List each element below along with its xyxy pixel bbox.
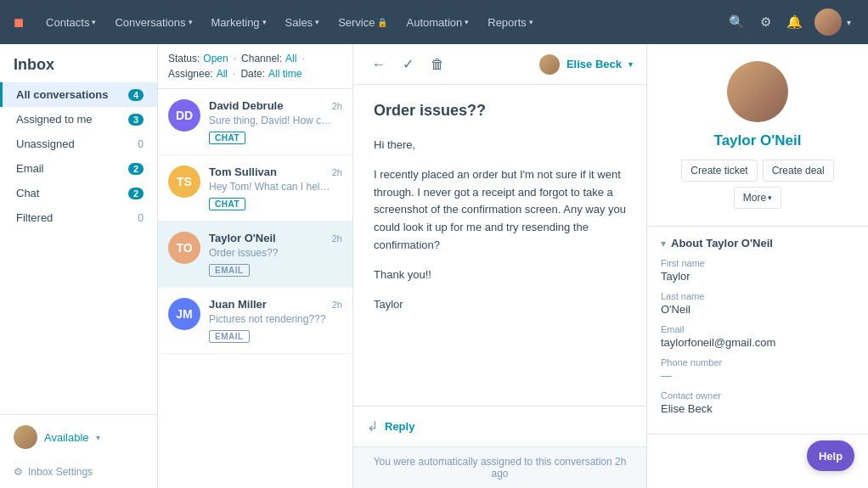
filter-bar: Status: Open · Channel: All · Assignee: …: [158, 44, 352, 89]
collapse-icon: ▾: [661, 238, 666, 250]
conv-avatar: TO: [168, 232, 200, 264]
availability-status[interactable]: Available: [44, 431, 89, 444]
conv-avatar: TS: [168, 165, 200, 198]
conv-name: Taylor O'Neil: [209, 232, 276, 244]
conv-time: 2h: [332, 300, 342, 310]
date-filter-label: Date:: [240, 68, 265, 80]
nav-service[interactable]: Service 🔒: [330, 11, 396, 34]
channel-filter-label: Channel:: [241, 53, 282, 65]
message-greeting: Hi there,: [374, 137, 626, 154]
help-button[interactable]: Help: [807, 440, 854, 471]
sidebar-item-label: All conversations: [16, 88, 108, 101]
conv-body: Juan Miller 2h Pictures not rendering???…: [209, 298, 342, 343]
contact-tag[interactable]: Elise Beck ▾: [539, 54, 633, 75]
sidebar-item-label: Email: [16, 162, 44, 175]
create-deal-button[interactable]: Create deal: [763, 160, 834, 182]
conv-time: 2h: [332, 101, 342, 111]
check-button[interactable]: ✓: [397, 53, 419, 76]
nav-marketing[interactable]: Marketing ▾: [203, 11, 275, 34]
conversation-item-active[interactable]: TO Taylor O'Neil 2h Order issues?? EMAIL: [158, 222, 352, 288]
topnav: ■ Contacts ▾ Conversations ▾ Marketing ▾…: [0, 0, 868, 44]
conv-channel-badge: EMAIL: [209, 330, 250, 343]
field-value: Taylor: [661, 270, 854, 283]
section-header[interactable]: ▾ About Taylor O'Neil: [661, 237, 854, 250]
sidebar-item-filtered[interactable]: Filtered 0: [0, 205, 157, 230]
conv-body: Tom Sullivan 2h Hey Tom! What can I help…: [209, 165, 342, 210]
search-icon[interactable]: 🔍: [722, 9, 752, 35]
conv-channel-badge: CHAT: [209, 132, 245, 144]
contact-chevron-icon: ▾: [628, 60, 633, 69]
more-actions-button[interactable]: More ▾: [734, 187, 781, 209]
nav-automation[interactable]: Automation ▾: [397, 11, 477, 34]
delete-button[interactable]: 🗑: [426, 53, 449, 76]
sidebar-footer: Available ▾: [0, 414, 157, 459]
field-value: O'Neil: [661, 303, 854, 316]
conv-panel-header: ← ✓ 🗑 Elise Beck ▾: [353, 44, 646, 85]
nav-conversations[interactable]: Conversations ▾: [106, 11, 200, 34]
badge-filtered: 0: [138, 212, 144, 224]
user-menu-chevron[interactable]: ▾: [843, 14, 854, 31]
conversation-item[interactable]: TS Tom Sullivan 2h Hey Tom! What can I h…: [158, 155, 352, 222]
settings-icon[interactable]: ⚙: [753, 9, 778, 35]
sidebar-item-email[interactable]: Email 2: [0, 156, 157, 181]
contact-name-tag: Elise Beck: [566, 58, 622, 70]
field-email: Email taylorfoneil@gmail.com: [661, 324, 854, 349]
sidebar-item-all-conversations[interactable]: All conversations 4: [0, 82, 157, 107]
conversation-item[interactable]: JM Juan Miller 2h Pictures not rendering…: [158, 288, 352, 354]
channel-filter-value[interactable]: All: [285, 53, 296, 65]
conversation-item[interactable]: DD David Debrule 2h Sure thing, David! H…: [158, 89, 352, 155]
notifications-icon[interactable]: 🔔: [780, 9, 809, 35]
more-chevron-icon: ▾: [768, 194, 772, 202]
field-first-name: First name Taylor: [661, 258, 854, 283]
assignee-filter-value[interactable]: All: [217, 68, 228, 80]
create-ticket-button[interactable]: Create ticket: [681, 160, 757, 182]
status-chevron-icon[interactable]: ▾: [96, 433, 100, 442]
nav-reports[interactable]: Reports ▾: [479, 11, 542, 34]
nav-sales[interactable]: Sales ▾: [277, 11, 329, 34]
conv-preview: Pictures not rendering???: [209, 313, 332, 325]
conv-channel-badge: EMAIL: [209, 264, 250, 277]
conv-avatar: DD: [168, 99, 200, 132]
auto-assign-notice: You were automatically assigned to this …: [353, 446, 646, 488]
conversation-message: Hi there, I recently placed an order but…: [374, 137, 626, 313]
field-label: First name: [661, 258, 854, 268]
hubspot-logo[interactable]: ■: [14, 13, 24, 32]
message-signature: Taylor: [374, 296, 626, 314]
sidebar-settings[interactable]: ⚙ Inbox Settings: [0, 459, 157, 488]
conversation-panel: ← ✓ 🗑 Elise Beck ▾ Order issues?? Hi the…: [353, 44, 647, 488]
sidebar-item-unassigned[interactable]: Unassigned 0: [0, 132, 157, 156]
message-body: I recently placed an order but I'm not s…: [374, 166, 626, 255]
reply-button[interactable]: Reply: [385, 417, 414, 436]
field-label: Phone number: [661, 357, 854, 367]
badge-email: 2: [128, 163, 144, 175]
field-phone: Phone number —: [661, 357, 854, 382]
sidebar-item-chat[interactable]: Chat 2: [0, 181, 157, 205]
badge-unassigned: 0: [138, 138, 144, 150]
conv-body: David Debrule 2h Sure thing, David! How …: [209, 99, 342, 144]
user-avatar[interactable]: [814, 8, 842, 36]
sidebar-item-label: Chat: [16, 187, 39, 199]
sidebar-item-label: Assigned to me: [16, 113, 93, 126]
main-layout: Inbox All conversations 4 Assigned to me…: [0, 44, 868, 488]
nav-contacts[interactable]: Contacts ▾: [37, 11, 104, 34]
conv-name: Tom Sullivan: [209, 165, 277, 178]
contact-avatar-small: [539, 54, 560, 75]
sidebar-item-assigned[interactable]: Assigned to me 3: [0, 107, 157, 132]
user-status-avatar: [14, 425, 37, 449]
sidebar-item-label: Filtered: [16, 211, 53, 224]
date-filter-value[interactable]: All time: [268, 68, 302, 80]
back-button[interactable]: ←: [367, 53, 391, 76]
contact-header: Taylor O'Neil Create ticket Create deal …: [647, 44, 868, 227]
conv-preview: Order issues??: [209, 247, 332, 259]
contact-about-section: ▾ About Taylor O'Neil First name Taylor …: [647, 227, 868, 435]
sidebar-title: Inbox: [0, 44, 157, 82]
field-contact-owner: Contact owner Elise Beck: [661, 390, 854, 415]
conv-time: 2h: [332, 233, 342, 244]
contact-panel: Taylor O'Neil Create ticket Create deal …: [647, 44, 868, 488]
contact-avatar-large: [727, 61, 788, 122]
conversation-subject: Order issues??: [374, 102, 626, 120]
conv-avatar: JM: [168, 298, 200, 330]
conv-preview: Sure thing, David! How can I help?: [209, 115, 332, 126]
status-filter-value[interactable]: Open: [203, 53, 228, 65]
status-filter-label: Status:: [168, 53, 200, 65]
